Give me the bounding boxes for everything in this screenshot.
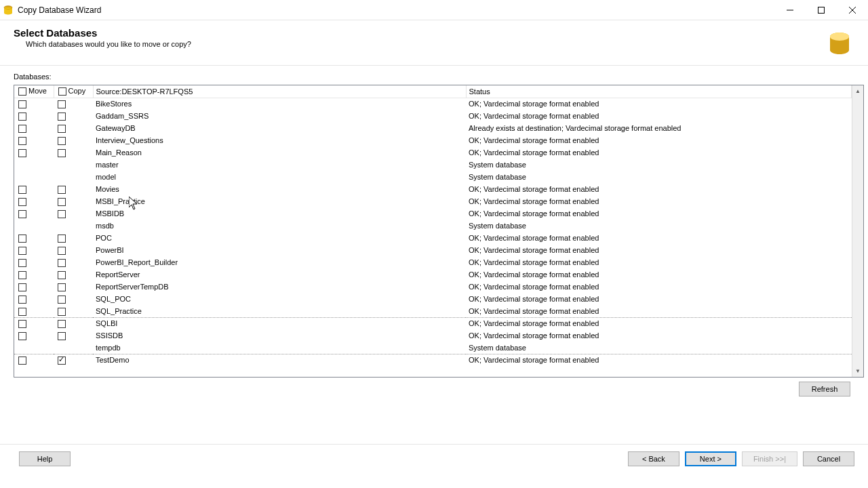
database-name: msdb [93,220,466,232]
vertical-scrollbar[interactable]: ▲ ▼ [852,85,863,377]
move-checkbox[interactable] [18,149,26,157]
table-row[interactable]: TestDemoOK; Vardecimal storage format en… [14,354,852,366]
database-name: MSBIDB [93,207,466,220]
table-row[interactable]: MSBIDBOK; Vardecimal storage format enab… [14,207,852,220]
move-checkbox[interactable] [18,125,26,133]
database-name: SQL_Practice [93,305,466,317]
table-row[interactable]: PowerBIOK; Vardecimal storage format ena… [14,244,852,256]
database-status: OK; Vardecimal storage format enabled [466,232,852,244]
move-checkbox[interactable] [18,186,26,194]
table-row[interactable]: masterSystem database [14,159,852,171]
move-checkbox[interactable] [18,283,26,291]
database-name: tempdb [93,342,466,354]
copy-checkbox[interactable] [58,125,66,133]
next-button[interactable]: Next > [685,451,736,466]
col-copy[interactable]: Copy [54,85,93,98]
copy-checkbox[interactable] [58,149,66,157]
move-all-checkbox[interactable] [18,87,26,96]
refresh-button[interactable]: Refresh [799,382,850,396]
database-status: System database [466,220,852,232]
col-status[interactable]: Status [466,85,852,98]
copy-checkbox[interactable] [58,296,66,304]
copy-checkbox[interactable] [58,283,66,291]
table-row[interactable]: Main_ReasonOK; Vardecimal storage format… [14,146,852,159]
table-row[interactable]: modelSystem database [14,171,852,183]
copy-checkbox[interactable] [58,332,66,340]
table-row[interactable]: PowerBI_Report_BuilderOK; Vardecimal sto… [14,256,852,268]
copy-checkbox[interactable] [58,198,66,206]
database-status: OK; Vardecimal storage format enabled [466,207,852,220]
copy-checkbox[interactable] [58,100,66,108]
copy-checkbox[interactable] [58,247,66,255]
move-checkbox[interactable] [18,271,26,279]
copy-checkbox[interactable] [58,320,66,328]
cancel-button[interactable]: Cancel [803,451,854,466]
copy-checkbox[interactable] [58,259,66,267]
col-move[interactable]: Move [14,85,54,98]
table-row[interactable]: Interview_QuestionsOK; Vardecimal storag… [14,134,852,146]
table-row[interactable]: SSISDBOK; Vardecimal storage format enab… [14,329,852,342]
copy-checkbox[interactable] [58,113,66,121]
maximize-button[interactable] [806,0,837,20]
database-status: OK; Vardecimal storage format enabled [466,183,852,195]
move-checkbox[interactable] [18,320,26,328]
scroll-up-icon[interactable]: ▲ [852,85,863,97]
table-row[interactable]: GatewayDBAlready exists at destination; … [14,122,852,134]
table-row[interactable]: ReportServerTempDBOK; Vardecimal storage… [14,281,852,293]
copy-checkbox[interactable] [58,308,66,316]
move-checkbox[interactable] [18,308,26,316]
move-checkbox[interactable] [18,198,26,206]
table-row[interactable]: MSBI_PracticeOK; Vardecimal storage form… [14,195,852,207]
help-button[interactable]: Help [19,451,71,466]
col-source[interactable]: Source:DESKTOP-R7LFQS5 [93,85,466,98]
move-checkbox[interactable] [18,137,26,145]
database-name: Movies [93,183,466,195]
database-status: Already exists at destination; Vardecima… [466,122,852,134]
move-checkbox[interactable] [18,357,26,365]
database-status: System database [466,159,852,171]
copy-checkbox[interactable] [58,235,66,243]
close-button[interactable] [837,0,868,20]
table-row[interactable]: POCOK; Vardecimal storage format enabled [14,232,852,244]
table-row[interactable]: MoviesOK; Vardecimal storage format enab… [14,183,852,195]
app-icon [3,5,14,16]
move-checkbox[interactable] [18,296,26,304]
copy-checkbox[interactable] [58,137,66,145]
move-checkbox[interactable] [18,332,26,340]
finish-button: Finish >>| [742,451,797,466]
table-row[interactable]: SQL_PracticeOK; Vardecimal storage forma… [14,305,852,317]
table-row[interactable]: ReportServerOK; Vardecimal storage forma… [14,268,852,281]
scroll-down-icon[interactable]: ▼ [852,365,863,377]
database-status: OK; Vardecimal storage format enabled [466,134,852,146]
move-checkbox[interactable] [18,235,26,243]
database-name: POC [93,232,466,244]
move-checkbox[interactable] [18,210,26,218]
copy-all-checkbox[interactable] [58,87,66,96]
table-row[interactable]: Gaddam_SSRSOK; Vardecimal storage format… [14,110,852,122]
table-row[interactable]: SQLBIOK; Vardecimal storage format enabl… [14,317,852,329]
move-checkbox[interactable] [18,100,26,108]
database-status: OK; Vardecimal storage format enabled [466,317,852,329]
minimize-button[interactable] [774,0,806,20]
table-row[interactable]: msdbSystem database [14,220,852,232]
move-checkbox[interactable] [18,247,26,255]
page-subtitle: Which databases would you like to move o… [14,40,823,48]
database-name: GatewayDB [93,122,466,134]
database-status: OK; Vardecimal storage format enabled [466,110,852,122]
table-row[interactable]: SQL_POCOK; Vardecimal storage format ena… [14,293,852,305]
copy-checkbox[interactable] [58,186,66,194]
copy-checkbox[interactable] [58,271,66,279]
copy-checkbox[interactable] [58,357,66,365]
table-row[interactable]: BikeStoresOK; Vardecimal storage format … [14,98,852,110]
table-row[interactable]: tempdbSystem database [14,342,852,354]
scroll-track[interactable] [852,97,863,365]
database-name: ReportServerTempDB [93,281,466,293]
database-status: OK; Vardecimal storage format enabled [466,329,852,342]
move-checkbox[interactable] [18,259,26,267]
database-name: PowerBI [93,244,466,256]
copy-checkbox[interactable] [58,210,66,218]
database-name: Gaddam_SSRS [93,110,466,122]
move-checkbox[interactable] [18,113,26,121]
back-button[interactable]: < Back [628,451,679,466]
database-status: OK; Vardecimal storage format enabled [466,281,852,293]
